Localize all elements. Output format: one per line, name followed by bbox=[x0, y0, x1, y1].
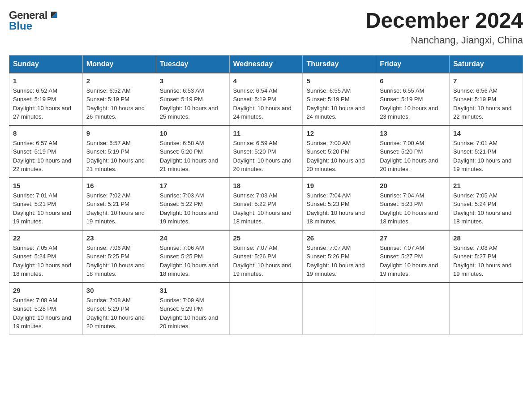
day-info: Sunrise: 7:07 AMSunset: 5:26 PMDaylight:… bbox=[306, 244, 372, 278]
calendar-cell: 16 Sunrise: 7:02 AMSunset: 5:21 PMDaylig… bbox=[82, 178, 156, 230]
calendar-week-row: 15 Sunrise: 7:01 AMSunset: 5:21 PMDaylig… bbox=[9, 178, 523, 230]
day-number: 23 bbox=[86, 234, 152, 242]
day-number: 6 bbox=[380, 77, 446, 85]
day-info: Sunrise: 7:04 AMSunset: 5:23 PMDaylight:… bbox=[380, 191, 446, 226]
day-info: Sunrise: 6:55 AMSunset: 5:19 PMDaylight:… bbox=[306, 86, 372, 121]
calendar-cell: 24 Sunrise: 7:06 AMSunset: 5:25 PMDaylig… bbox=[156, 230, 229, 283]
day-info: Sunrise: 6:58 AMSunset: 5:20 PMDaylight:… bbox=[160, 139, 226, 174]
day-info: Sunrise: 6:52 AMSunset: 5:19 PMDaylight:… bbox=[86, 86, 152, 121]
day-number: 18 bbox=[233, 182, 299, 189]
day-number: 14 bbox=[453, 129, 519, 137]
day-number: 11 bbox=[233, 129, 299, 137]
column-header-wednesday: Wednesday bbox=[229, 55, 303, 73]
day-info: Sunrise: 7:02 AMSunset: 5:21 PMDaylight:… bbox=[86, 191, 152, 226]
day-info: Sunrise: 7:06 AMSunset: 5:25 PMDaylight:… bbox=[86, 244, 152, 278]
calendar-cell: 12 Sunrise: 7:00 AMSunset: 5:20 PMDaylig… bbox=[303, 125, 376, 178]
column-header-friday: Friday bbox=[376, 55, 450, 73]
day-info: Sunrise: 6:55 AMSunset: 5:19 PMDaylight:… bbox=[380, 86, 446, 121]
day-info: Sunrise: 7:06 AMSunset: 5:25 PMDaylight:… bbox=[160, 244, 226, 278]
day-info: Sunrise: 6:56 AMSunset: 5:19 PMDaylight:… bbox=[453, 86, 519, 121]
day-number: 19 bbox=[306, 182, 372, 189]
calendar-cell: 23 Sunrise: 7:06 AMSunset: 5:25 PMDaylig… bbox=[82, 230, 156, 283]
day-number: 30 bbox=[86, 287, 152, 294]
column-header-thursday: Thursday bbox=[303, 55, 376, 73]
day-info: Sunrise: 7:08 AMSunset: 5:28 PMDaylight:… bbox=[13, 296, 79, 331]
day-info: Sunrise: 7:04 AMSunset: 5:23 PMDaylight:… bbox=[306, 191, 372, 226]
calendar-cell bbox=[376, 283, 450, 335]
location-subtitle: Nanchang, Jiangxi, China bbox=[365, 34, 523, 46]
day-info: Sunrise: 7:07 AMSunset: 5:26 PMDaylight:… bbox=[233, 244, 299, 278]
calendar-cell: 10 Sunrise: 6:58 AMSunset: 5:20 PMDaylig… bbox=[156, 125, 229, 178]
day-info: Sunrise: 7:01 AMSunset: 5:21 PMDaylight:… bbox=[13, 191, 79, 226]
day-number: 25 bbox=[233, 234, 299, 242]
calendar-table: SundayMondayTuesdayWednesdayThursdayFrid… bbox=[9, 55, 523, 335]
day-number: 1 bbox=[13, 77, 79, 85]
day-number: 10 bbox=[160, 129, 226, 137]
day-number: 28 bbox=[453, 234, 519, 242]
calendar-cell: 14 Sunrise: 7:01 AMSunset: 5:21 PMDaylig… bbox=[450, 125, 523, 178]
calendar-cell: 1 Sunrise: 6:52 AMSunset: 5:19 PMDayligh… bbox=[9, 73, 83, 125]
day-number: 29 bbox=[13, 287, 79, 294]
day-info: Sunrise: 7:01 AMSunset: 5:21 PMDaylight:… bbox=[453, 139, 519, 174]
month-year-title: December 2024 bbox=[365, 9, 523, 33]
calendar-cell: 3 Sunrise: 6:53 AMSunset: 5:19 PMDayligh… bbox=[156, 73, 229, 125]
day-number: 27 bbox=[380, 234, 446, 242]
day-info: Sunrise: 6:57 AMSunset: 5:19 PMDaylight:… bbox=[13, 139, 79, 174]
calendar-cell bbox=[229, 283, 303, 335]
calendar-cell: 22 Sunrise: 7:05 AMSunset: 5:24 PMDaylig… bbox=[9, 230, 83, 283]
day-info: Sunrise: 6:52 AMSunset: 5:19 PMDaylight:… bbox=[13, 86, 79, 121]
calendar-cell bbox=[303, 283, 376, 335]
calendar-cell: 27 Sunrise: 7:07 AMSunset: 5:27 PMDaylig… bbox=[376, 230, 450, 283]
calendar-cell: 6 Sunrise: 6:55 AMSunset: 5:19 PMDayligh… bbox=[376, 73, 450, 125]
calendar-cell: 21 Sunrise: 7:05 AMSunset: 5:24 PMDaylig… bbox=[450, 178, 523, 230]
day-number: 31 bbox=[160, 287, 226, 294]
day-number: 24 bbox=[160, 234, 226, 242]
calendar-week-row: 1 Sunrise: 6:52 AMSunset: 5:19 PMDayligh… bbox=[9, 73, 523, 125]
title-block: December 2024 Nanchang, Jiangxi, China bbox=[365, 9, 523, 46]
day-info: Sunrise: 7:05 AMSunset: 5:24 PMDaylight:… bbox=[453, 191, 519, 226]
logo: General Blue bbox=[9, 9, 59, 32]
calendar-cell: 4 Sunrise: 6:54 AMSunset: 5:19 PMDayligh… bbox=[229, 73, 303, 125]
column-header-saturday: Saturday bbox=[450, 55, 523, 73]
day-info: Sunrise: 7:05 AMSunset: 5:24 PMDaylight:… bbox=[13, 244, 79, 278]
day-info: Sunrise: 6:57 AMSunset: 5:19 PMDaylight:… bbox=[86, 139, 152, 174]
day-info: Sunrise: 7:00 AMSunset: 5:20 PMDaylight:… bbox=[380, 139, 446, 174]
calendar-cell: 18 Sunrise: 7:03 AMSunset: 5:22 PMDaylig… bbox=[229, 178, 303, 230]
calendar-cell: 31 Sunrise: 7:09 AMSunset: 5:29 PMDaylig… bbox=[156, 283, 229, 335]
calendar-header-row: SundayMondayTuesdayWednesdayThursdayFrid… bbox=[9, 55, 523, 73]
day-number: 4 bbox=[233, 77, 299, 85]
calendar-cell: 2 Sunrise: 6:52 AMSunset: 5:19 PMDayligh… bbox=[82, 73, 156, 125]
calendar-cell: 9 Sunrise: 6:57 AMSunset: 5:19 PMDayligh… bbox=[82, 125, 156, 178]
calendar-cell: 20 Sunrise: 7:04 AMSunset: 5:23 PMDaylig… bbox=[376, 178, 450, 230]
day-number: 9 bbox=[86, 129, 152, 137]
day-number: 2 bbox=[86, 77, 152, 85]
column-header-sunday: Sunday bbox=[9, 55, 83, 73]
calendar-cell: 30 Sunrise: 7:08 AMSunset: 5:29 PMDaylig… bbox=[82, 283, 156, 335]
page-header: General Blue December 2024 Nanchang, Jia… bbox=[9, 9, 523, 46]
day-info: Sunrise: 7:07 AMSunset: 5:27 PMDaylight:… bbox=[380, 244, 446, 278]
day-info: Sunrise: 7:03 AMSunset: 5:22 PMDaylight:… bbox=[233, 191, 299, 226]
day-info: Sunrise: 6:59 AMSunset: 5:20 PMDaylight:… bbox=[233, 139, 299, 174]
calendar-cell: 8 Sunrise: 6:57 AMSunset: 5:19 PMDayligh… bbox=[9, 125, 83, 178]
calendar-cell: 15 Sunrise: 7:01 AMSunset: 5:21 PMDaylig… bbox=[9, 178, 83, 230]
day-number: 3 bbox=[160, 77, 226, 85]
calendar-cell: 11 Sunrise: 6:59 AMSunset: 5:20 PMDaylig… bbox=[229, 125, 303, 178]
day-number: 22 bbox=[13, 234, 79, 242]
calendar-cell: 28 Sunrise: 7:08 AMSunset: 5:27 PMDaylig… bbox=[450, 230, 523, 283]
calendar-week-row: 22 Sunrise: 7:05 AMSunset: 5:24 PMDaylig… bbox=[9, 230, 523, 283]
day-number: 5 bbox=[306, 77, 372, 85]
calendar-week-row: 8 Sunrise: 6:57 AMSunset: 5:19 PMDayligh… bbox=[9, 125, 523, 178]
day-number: 26 bbox=[306, 234, 372, 242]
day-info: Sunrise: 6:53 AMSunset: 5:19 PMDaylight:… bbox=[160, 86, 226, 121]
day-info: Sunrise: 7:03 AMSunset: 5:22 PMDaylight:… bbox=[160, 191, 226, 226]
day-info: Sunrise: 7:08 AMSunset: 5:27 PMDaylight:… bbox=[453, 244, 519, 278]
day-info: Sunrise: 7:09 AMSunset: 5:29 PMDaylight:… bbox=[160, 296, 226, 331]
calendar-cell: 26 Sunrise: 7:07 AMSunset: 5:26 PMDaylig… bbox=[303, 230, 376, 283]
day-number: 15 bbox=[13, 182, 79, 189]
day-number: 8 bbox=[13, 129, 79, 137]
day-info: Sunrise: 7:00 AMSunset: 5:20 PMDaylight:… bbox=[306, 139, 372, 174]
day-info: Sunrise: 6:54 AMSunset: 5:19 PMDaylight:… bbox=[233, 86, 299, 121]
calendar-week-row: 29 Sunrise: 7:08 AMSunset: 5:28 PMDaylig… bbox=[9, 283, 523, 335]
calendar-cell: 7 Sunrise: 6:56 AMSunset: 5:19 PMDayligh… bbox=[450, 73, 523, 125]
calendar-cell: 25 Sunrise: 7:07 AMSunset: 5:26 PMDaylig… bbox=[229, 230, 303, 283]
